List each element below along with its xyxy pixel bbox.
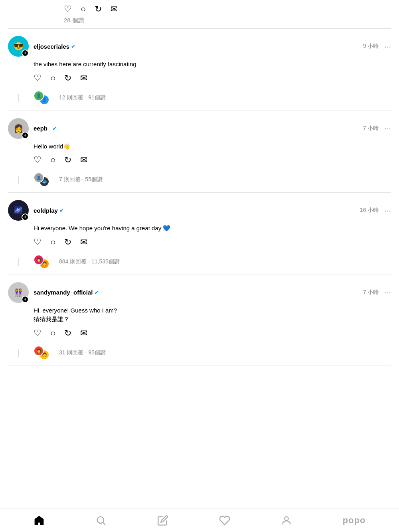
- post-time: 16 小時: [360, 207, 379, 214]
- follow-plus-icon[interactable]: +: [22, 296, 29, 303]
- verified-badge: ✔: [59, 207, 64, 214]
- reply-avatars: 👤 🧢: [34, 172, 56, 187]
- post-meta: coldplay ✔ 16 小時 ···: [34, 206, 391, 215]
- replies-count: 12 則回覆: [59, 94, 83, 101]
- reply-avatar: 👩: [34, 255, 44, 265]
- replies-row: 👤 🧢 7 則回覆 · 55個讚: [0, 169, 399, 192]
- repost-icon[interactable]: ↻: [95, 4, 102, 14]
- top-likes-section: ♡ ○ ↻ ✉ 28 個讚: [0, 0, 399, 28]
- likes-count: 11,535個讚: [91, 258, 120, 265]
- post-actions: ♡ ○ ↻ ✉: [34, 155, 391, 165]
- thread-line: [18, 94, 19, 102]
- post-text-line1: Hi, everyone! Guess who I am?: [34, 307, 117, 314]
- repost-button[interactable]: ↻: [64, 155, 71, 165]
- avatar[interactable]: 👭 +: [8, 282, 29, 303]
- post-actions: ♡ ○ ↻ ✉: [34, 237, 391, 247]
- post-actions: ♡ ○ ↻ ✉: [34, 73, 391, 83]
- post-content: Hello world👋 ♡ ○ ↻ ✉: [34, 142, 391, 166]
- comment-button[interactable]: ○: [50, 73, 55, 83]
- verified-badge: ✔: [52, 125, 57, 132]
- reply-stats: 31 則回覆 · 95個讚: [59, 349, 106, 356]
- share-icon[interactable]: ✉: [111, 4, 118, 14]
- likes-count: 55個讚: [85, 176, 103, 182]
- post-item: 👭 + sandymandy_official ✔ 7 小時 ··· Hi, e…: [0, 275, 399, 338]
- avatar[interactable]: 🌌 +: [8, 200, 29, 221]
- username[interactable]: eljosecriales: [34, 43, 69, 50]
- comment-button[interactable]: ○: [50, 237, 55, 247]
- follow-plus-icon[interactable]: +: [22, 49, 29, 57]
- repost-button[interactable]: ↻: [64, 73, 71, 83]
- username-row: coldplay ✔ 16 小時 ···: [34, 206, 391, 215]
- share-button[interactable]: ✉: [80, 328, 87, 338]
- more-options-button[interactable]: ···: [384, 288, 391, 297]
- reply-stats: 7 則回覆 · 55個讚: [59, 176, 103, 183]
- post-time: 7 小時: [363, 289, 379, 296]
- username-row: sandymandy_official ✔ 7 小時 ···: [34, 288, 391, 297]
- post-content: Hi everyone. We hope you're having a gre…: [34, 224, 391, 247]
- replies-row: 👩 🧑 884 則回覆 · 11,535個讚: [0, 251, 399, 275]
- follow-plus-icon[interactable]: +: [22, 132, 29, 139]
- more-options-button[interactable]: ···: [384, 124, 391, 133]
- post-header: 🌌 + coldplay ✔ 16 小時 ···: [8, 200, 391, 221]
- repost-button[interactable]: ↻: [64, 328, 71, 338]
- post-text-line2: 猜猜我是誰？: [34, 316, 69, 322]
- thread-line-col: [8, 176, 29, 184]
- thread-line: [18, 258, 19, 266]
- more-options-button[interactable]: ···: [384, 42, 391, 51]
- reply-avatar: 👤: [34, 172, 44, 183]
- thread-line: [18, 176, 19, 184]
- share-button[interactable]: ✉: [80, 237, 87, 247]
- top-likes-count: 28 個讚: [64, 17, 391, 24]
- post-meta: eljosecriales ✔ 9 小時 ···: [34, 42, 391, 51]
- avatar[interactable]: 😎 +: [8, 36, 29, 57]
- replies-dot: ·: [85, 349, 88, 356]
- post-meta: sandymandy_official ✔ 7 小時 ···: [34, 288, 391, 297]
- heart-icon[interactable]: ♡: [64, 4, 72, 14]
- replies-count: 31 則回覆: [59, 349, 83, 356]
- spacer: [0, 366, 399, 394]
- like-button[interactable]: ♡: [34, 328, 41, 338]
- share-button[interactable]: ✉: [80, 155, 87, 165]
- post-time: 7 小時: [363, 125, 379, 132]
- username[interactable]: coldplay: [34, 207, 58, 214]
- replies-dot: ·: [85, 94, 88, 101]
- like-button[interactable]: ♡: [34, 73, 41, 83]
- repost-button[interactable]: ↻: [64, 237, 71, 247]
- comment-button[interactable]: ○: [50, 155, 55, 165]
- username[interactable]: eepb_: [34, 125, 51, 132]
- share-button[interactable]: ✉: [80, 73, 87, 83]
- comment-icon[interactable]: ○: [81, 4, 86, 14]
- replies-count: 884 則回覆: [59, 258, 87, 265]
- reply-avatars: 👩 🧑: [34, 346, 56, 360]
- post-content: Hi, everyone! Guess who I am? 猜猜我是誰？ ♡ ○…: [34, 306, 391, 338]
- like-button[interactable]: ♡: [34, 155, 41, 165]
- thread-line-col: [8, 258, 29, 266]
- post-header: 👩 + eepb_ ✔ 7 小時 ···: [8, 118, 391, 139]
- post-item: 👩 + eepb_ ✔ 7 小時 ··· Hello world👋 ♡ ○ ↻ …: [0, 111, 399, 166]
- likes-count: 91個讚: [88, 94, 106, 101]
- post-text: Hello world👋: [34, 142, 391, 151]
- post-text: Hi everyone. We hope you're having a gre…: [34, 224, 391, 233]
- replies-row: 👩 🧑 31 則回覆 · 95個讚: [0, 342, 399, 366]
- post-text: Hi, everyone! Guess who I am? 猜猜我是誰？: [34, 306, 391, 324]
- verified-badge: ✔: [71, 43, 76, 49]
- replies-row: 👤 👤 12 則回覆 · 91個讚: [0, 87, 399, 111]
- username-row: eepb_ ✔ 7 小時 ···: [34, 124, 391, 133]
- likes-count: 95個讚: [88, 349, 106, 356]
- reply-stats: 884 則回覆 · 11,535個讚: [59, 258, 120, 265]
- comment-button[interactable]: ○: [50, 328, 55, 338]
- avatar[interactable]: 👩 +: [8, 118, 29, 139]
- post-item: 😎 + eljosecriales ✔ 9 小時 ··· the vibes h…: [0, 29, 399, 83]
- thread-line-col: [8, 349, 29, 357]
- like-button[interactable]: ♡: [34, 237, 41, 247]
- post-item: 🌌 + coldplay ✔ 16 小時 ··· Hi everyone. We…: [0, 193, 399, 247]
- more-options-button[interactable]: ···: [384, 206, 391, 215]
- post-time: 9 小時: [363, 43, 379, 50]
- post-content: the vibes here are currently fascinating…: [34, 60, 391, 83]
- post-actions: ♡ ○ ↻ ✉: [34, 328, 391, 338]
- username[interactable]: sandymandy_official: [34, 289, 93, 296]
- reply-avatars: 👩 🧑: [34, 255, 56, 269]
- reply-stats: 12 則回覆 · 91個讚: [59, 94, 106, 101]
- verified-badge: ✔: [94, 289, 99, 296]
- follow-plus-icon[interactable]: +: [22, 214, 29, 221]
